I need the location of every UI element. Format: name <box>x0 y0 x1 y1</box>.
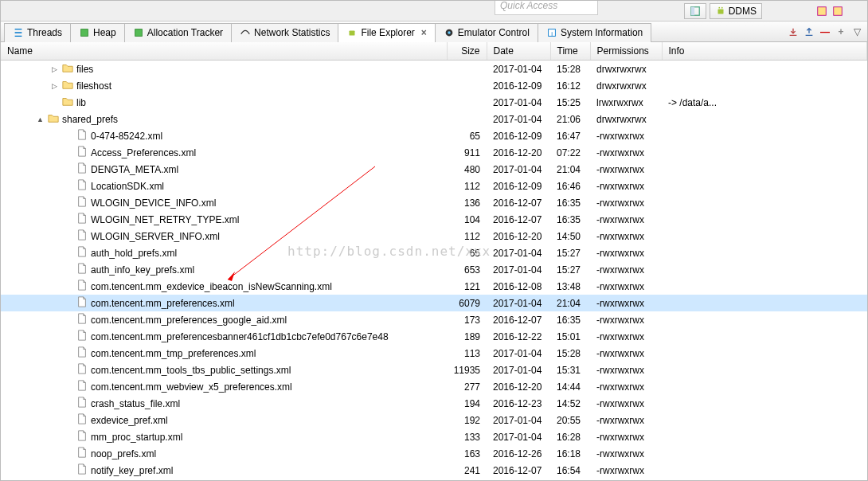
table-row[interactable]: auth_hold_prefs.xml652017-01-0415:27-rwx… <box>1 244 867 261</box>
table-row[interactable]: notify_key_pref.xml2412016-12-0716:54-rw… <box>1 462 867 479</box>
col-time[interactable]: Time <box>550 42 590 61</box>
file-explorer-table[interactable]: Name Size Date Time Permissions Info ▷fi… <box>1 42 867 481</box>
svg-rect-6 <box>834 6 843 15</box>
col-size[interactable]: Size <box>447 42 487 61</box>
file-time: 16:47 <box>550 127 590 144</box>
tab-network-statistics[interactable]: Network Statistics <box>231 23 338 42</box>
file-name-label: com.tencent.mm_tools_tbs_public_settings… <box>91 365 291 376</box>
file-date: 2017-01-04 <box>487 428 550 445</box>
file-name-label: com.tencent.mm_preferences.xml <box>91 298 235 309</box>
svg-point-11 <box>448 31 451 34</box>
tab-heap[interactable]: Heap <box>70 23 125 42</box>
add-icon[interactable]: + <box>835 26 846 37</box>
file-time: 15:28 <box>550 345 590 362</box>
file-info <box>662 362 867 378</box>
file-date: 2016-12-20 <box>487 144 550 161</box>
file-icon <box>76 447 88 460</box>
col-name[interactable]: Name <box>1 42 447 61</box>
file-info <box>662 445 867 462</box>
file-permissions: -rwxrwxrwx <box>590 362 662 378</box>
col-permissions[interactable]: Permissions <box>590 42 662 61</box>
file-info <box>662 228 867 244</box>
file-date: 2016-12-09 <box>487 127 550 144</box>
delete-icon[interactable]: — <box>819 26 831 37</box>
table-row[interactable]: LocationSDK.xml1122016-12-0916:46-rwxrwx… <box>1 178 867 194</box>
file-time: 20:55 <box>550 412 590 428</box>
file-icon <box>76 162 88 176</box>
file-date: 2016-12-20 <box>487 378 550 395</box>
file-time: 16:35 <box>550 311 590 328</box>
table-row[interactable]: com.tencent.mm_webview_x5_preferences.xm… <box>1 378 867 395</box>
file-size: 6079 <box>447 295 487 311</box>
collapse-icon[interactable]: ▲ <box>36 115 45 123</box>
file-size: 65 <box>447 127 487 144</box>
file-size: 133 <box>447 428 487 445</box>
window-icon[interactable] <box>816 6 827 17</box>
file-name-label: auth_info_key_prefs.xml <box>91 264 194 276</box>
file-permissions: -rwxrwxrwx <box>590 412 662 428</box>
close-icon[interactable]: × <box>421 27 427 38</box>
file-icon <box>76 229 88 243</box>
file-date: 2017-01-04 <box>487 412 550 428</box>
file-name-label: WLOGIN_DEVICE_INFO.xml <box>91 197 216 209</box>
file-size: 136 <box>447 194 487 211</box>
table-row[interactable]: com.tencent.mm_preferencesbanner461cf1db… <box>1 328 867 345</box>
table-row[interactable]: WLOGIN_NET_RETRY_TYPE.xml1042016-12-0716… <box>1 211 867 228</box>
file-time: 21:06 <box>550 111 590 127</box>
table-row[interactable]: com.tencent.mm_tools_tbs_public_settings… <box>1 362 867 378</box>
tab-threads[interactable]: Threads <box>4 23 71 42</box>
file-time: 14:44 <box>550 378 590 395</box>
window-icon[interactable] <box>832 6 843 17</box>
quick-access-input[interactable]: Quick Access <box>495 0 598 15</box>
top-toolbar: Quick Access DDMS <box>1 1 867 22</box>
table-row[interactable]: crash_status_file.xml1942016-12-2314:52-… <box>1 395 867 412</box>
table-row[interactable]: com.tencent.mm_exdevice_ibeacon_isNewSca… <box>1 278 867 295</box>
push-file-icon[interactable] <box>803 26 815 37</box>
tab-emulator-control[interactable]: Emulator Control <box>435 23 538 42</box>
table-row[interactable]: com.tencent.mm_preferences_google_aid.xm… <box>1 311 867 328</box>
file-permissions: lrwxrwxrwx <box>590 94 662 111</box>
file-name-label: WLOGIN_SERVER_INFO.xml <box>91 231 220 242</box>
table-row[interactable]: WLOGIN_SERVER_INFO.xml1122016-12-2014:50… <box>1 228 867 244</box>
expand-icon[interactable]: ▷ <box>50 65 59 73</box>
file-name-label: fileshost <box>76 80 111 92</box>
expand-icon[interactable]: ▷ <box>50 81 59 90</box>
table-row[interactable]: mm_proc_startup.xml1332017-01-0416:28-rw… <box>1 428 867 445</box>
file-permissions: -rwxrwxrwx <box>590 127 662 144</box>
table-row[interactable]: noop_prefs.xml1632016-12-2616:18-rwxrwxr… <box>1 445 867 462</box>
table-row[interactable]: com.tencent.mm_preferences.xml60792017-0… <box>1 295 867 311</box>
table-row[interactable]: exdevice_pref.xml1922017-01-0420:55-rwxr… <box>1 412 867 428</box>
table-row[interactable]: ▷files2017-01-0415:28drwxrwxrwx <box>1 61 867 78</box>
file-date: 2016-12-07 <box>487 194 550 211</box>
tab-label: System Information <box>561 27 643 38</box>
file-name-label: com.tencent.mm_preferencesbanner461cf1db… <box>91 331 389 342</box>
file-date: 2017-01-04 <box>487 345 550 362</box>
ddms-perspective-button[interactable]: DDMS <box>710 3 762 19</box>
table-row[interactable]: auth_info_key_prefs.xml6532017-01-0415:2… <box>1 261 867 278</box>
table-row[interactable]: WLOGIN_DEVICE_INFO.xml1362016-12-0716:35… <box>1 194 867 211</box>
tab-allocation-tracker[interactable]: Allocation Tracker <box>124 23 232 42</box>
file-size: 189 <box>447 328 487 345</box>
file-size: 104 <box>447 211 487 228</box>
file-date: 2017-01-04 <box>487 61 550 78</box>
tab-label: File Explorer <box>361 27 414 38</box>
file-permissions: -rwxrwxrwx <box>590 178 662 194</box>
pull-file-icon[interactable] <box>788 26 799 37</box>
table-row[interactable]: ▷fileshost2016-12-0916:12drwxrwxrwx <box>1 77 867 94</box>
table-row[interactable]: Access_Preferences.xml9112016-12-2007:22… <box>1 144 867 161</box>
tab-system-information[interactable]: iSystem Information <box>538 23 651 42</box>
svg-rect-1 <box>690 6 694 15</box>
table-row[interactable]: lib2017-01-0415:25lrwxrwxrwx-> /data/a..… <box>1 94 867 111</box>
table-row[interactable]: com.tencent.mm_tmp_preferences.xml113201… <box>1 345 867 362</box>
table-row[interactable]: 0-474-85242.xml652016-12-0916:47-rwxrwxr… <box>1 127 867 144</box>
tab-file-explorer[interactable]: File Explorer× <box>338 23 435 42</box>
file-icon <box>76 196 88 209</box>
file-size: 113 <box>447 345 487 362</box>
open-perspective-button[interactable] <box>684 3 706 19</box>
file-permissions: -rwxrwxrwx <box>590 378 662 395</box>
table-row[interactable]: DENGTA_META.xml4802017-01-0421:04-rwxrwx… <box>1 161 867 178</box>
table-row[interactable]: ▲shared_prefs2017-01-0421:06drwxrwxrwx <box>1 111 867 127</box>
col-info[interactable]: Info <box>662 42 867 61</box>
view-menu-icon[interactable]: ▽ <box>851 26 862 37</box>
col-date[interactable]: Date <box>487 42 550 61</box>
